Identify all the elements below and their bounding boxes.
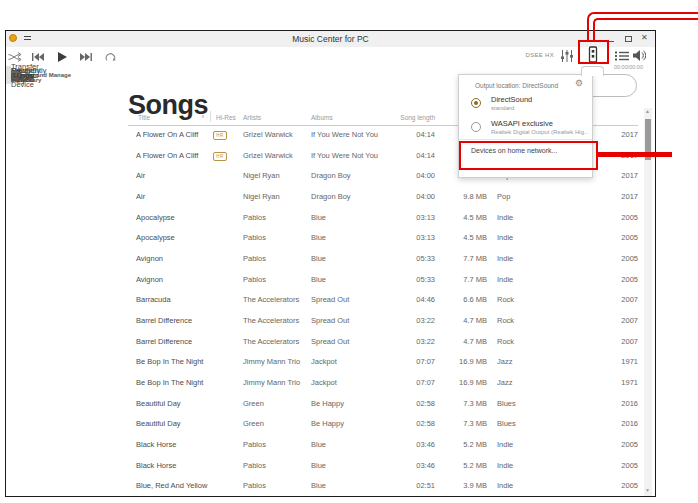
cell-title: A Flower On A Cliff bbox=[136, 125, 198, 146]
cell-gen: Indie bbox=[497, 476, 513, 497]
cell-size: 4.5 MB bbox=[437, 228, 487, 249]
output-option-label[interactable]: WASAPI exclusive bbox=[491, 119, 553, 128]
cell-year: 2016 bbox=[598, 414, 638, 435]
cell-title: Avignon bbox=[136, 249, 163, 270]
table-row[interactable]: AirNigel RyanDragon Boy04:009.8 MBPop201… bbox=[0, 187, 680, 208]
cell-len: 02:58 bbox=[385, 414, 435, 435]
cell-gen: Indie bbox=[497, 208, 513, 229]
cell-size: 4.5 MB bbox=[437, 208, 487, 229]
cell-alb: Blue bbox=[311, 435, 326, 456]
cell-size: 9.8 MB bbox=[437, 187, 487, 208]
scrollbar-down-icon[interactable]: ▼ bbox=[645, 487, 650, 493]
table-row[interactable]: ApocalypsePablosBlue03:134.5 MBIndie2005 bbox=[0, 208, 680, 229]
cell-alb: Jackpot bbox=[311, 352, 337, 373]
cell-title: Beautiful Day bbox=[136, 414, 181, 435]
cell-len: 07:07 bbox=[385, 352, 435, 373]
table-row[interactable]: Beautiful DayGreenBe Happy02:587.3 MBBlu… bbox=[0, 394, 680, 415]
hires-badge: HR bbox=[213, 131, 227, 140]
cell-art: Pablos bbox=[243, 435, 266, 456]
cell-title: Barrel Difference bbox=[136, 311, 192, 332]
cell-gen: Jazz bbox=[497, 373, 512, 394]
output-option-label[interactable]: DirectSound bbox=[491, 95, 532, 104]
scrollbar-thumb[interactable] bbox=[645, 119, 651, 160]
cell-len: 04:00 bbox=[385, 187, 435, 208]
cell-gen: Blues bbox=[497, 394, 516, 415]
cell-title: Be Bop In The Night bbox=[136, 352, 203, 373]
scrollbar-up-icon[interactable]: ▲ bbox=[645, 108, 650, 114]
cell-gen: Rock bbox=[497, 290, 514, 311]
popup-divider bbox=[459, 139, 592, 140]
output-device-popup: Output location: DirectSound ⚙ DirectSou… bbox=[458, 74, 593, 178]
output-option-sublabel: standard bbox=[491, 105, 514, 111]
cell-len: 05:33 bbox=[385, 249, 435, 270]
cell-len: 03:22 bbox=[385, 332, 435, 353]
cell-title: Apocalypse bbox=[136, 228, 175, 249]
cell-alb: Jackpot bbox=[311, 373, 337, 394]
cell-title: Air bbox=[136, 166, 145, 187]
cell-alb: Blue bbox=[311, 249, 326, 270]
cell-len: 03:13 bbox=[385, 228, 435, 249]
cell-art: Pablos bbox=[243, 270, 266, 291]
cell-title: Barrel Difference bbox=[136, 332, 192, 353]
cell-len: 03:46 bbox=[385, 435, 435, 456]
cell-art: Nigel Ryan bbox=[243, 187, 280, 208]
hires-badge: HR bbox=[213, 152, 227, 161]
cell-art: Pablos bbox=[243, 476, 266, 497]
cell-year: 2005 bbox=[598, 208, 638, 229]
cell-year: 2005 bbox=[598, 228, 638, 249]
table-row[interactable]: Blue, Red And YellowPablosBlue02:513.9 M… bbox=[0, 476, 680, 497]
cell-art: The Accelerators bbox=[243, 332, 299, 353]
cell-art: The Accelerators bbox=[243, 290, 299, 311]
table-row[interactable]: Be Bop In The NightJimmy Mann TrioJackpo… bbox=[0, 373, 680, 394]
cell-gen: Indie bbox=[497, 249, 513, 270]
table-row[interactable]: Barrel DifferenceThe AcceleratorsSpread … bbox=[0, 332, 680, 353]
cell-gen: Jazz bbox=[497, 352, 512, 373]
cell-alb: Be Happy bbox=[311, 414, 344, 435]
cell-art: Nigel Ryan bbox=[243, 166, 280, 187]
table-row[interactable]: ApocalypsePablosBlue03:134.5 MBIndie2005 bbox=[0, 228, 680, 249]
cell-art: Green bbox=[243, 414, 264, 435]
cell-alb: Dragon Boy bbox=[311, 166, 351, 187]
cell-year: 2016 bbox=[598, 394, 638, 415]
table-row[interactable]: Be Bop In The NightJimmy Mann TrioJackpo… bbox=[0, 352, 680, 373]
cell-alb: Blue bbox=[311, 228, 326, 249]
devices-on-home-network-item[interactable]: Devices on home network... bbox=[471, 147, 557, 154]
cell-title: Be Bop In The Night bbox=[136, 373, 203, 394]
table-row[interactable]: Black HorsePablosBlue03:465.2 MBIndie200… bbox=[0, 435, 680, 456]
cell-size: 7.3 MB bbox=[437, 414, 487, 435]
cell-title: Apocalypse bbox=[136, 208, 175, 229]
cell-gen: Indie bbox=[497, 228, 513, 249]
cell-len: 05:33 bbox=[385, 270, 435, 291]
radio-unselected-icon[interactable] bbox=[471, 122, 481, 132]
cell-size: 4.7 MB bbox=[437, 332, 487, 353]
cell-art: Green bbox=[243, 394, 264, 415]
cell-alb: If You Were Not You bbox=[311, 146, 378, 167]
cell-gen: Blues bbox=[497, 414, 516, 435]
cell-title: Avignon bbox=[136, 270, 163, 291]
table-row[interactable]: Black HorsePablosBlue03:465.2 MBIndie200… bbox=[0, 456, 680, 477]
table-row[interactable]: Barrel DifferenceThe AcceleratorsSpread … bbox=[0, 311, 680, 332]
cell-year: 2007 bbox=[598, 311, 638, 332]
gear-icon[interactable]: ⚙ bbox=[575, 78, 583, 88]
cell-len: 02:51 bbox=[385, 476, 435, 497]
table-row[interactable]: BarracudaThe AcceleratorsSpread Out04:46… bbox=[0, 290, 680, 311]
radio-selected-icon[interactable] bbox=[471, 98, 481, 108]
cell-art: Jimmy Mann Trio bbox=[243, 373, 300, 394]
cell-len: 04:46 bbox=[385, 290, 435, 311]
cell-gen: Indie bbox=[497, 435, 513, 456]
table-row[interactable]: AvignonPablosBlue05:337.7 MBIndie2005 bbox=[0, 270, 680, 291]
table-row[interactable]: Beautiful DayGreenBe Happy02:587.3 MBBlu… bbox=[0, 414, 680, 435]
cell-size: 16.9 MB bbox=[437, 352, 487, 373]
table-row[interactable]: AvignonPablosBlue05:337.7 MBIndie2005 bbox=[0, 249, 680, 270]
popup-pointer bbox=[581, 66, 604, 76]
cell-art: Pablos bbox=[243, 228, 266, 249]
cell-alb: Dragon Boy bbox=[311, 187, 351, 208]
cell-size: 7.3 MB bbox=[437, 394, 487, 415]
cell-len: 03:22 bbox=[385, 311, 435, 332]
cell-title: Barracuda bbox=[136, 290, 171, 311]
cell-year: 2017 bbox=[598, 166, 638, 187]
scrollbar-track[interactable] bbox=[644, 108, 652, 496]
cell-art: The Accelerators bbox=[243, 311, 299, 332]
cell-year: 2007 bbox=[598, 290, 638, 311]
cell-gen: Indie bbox=[497, 270, 513, 291]
